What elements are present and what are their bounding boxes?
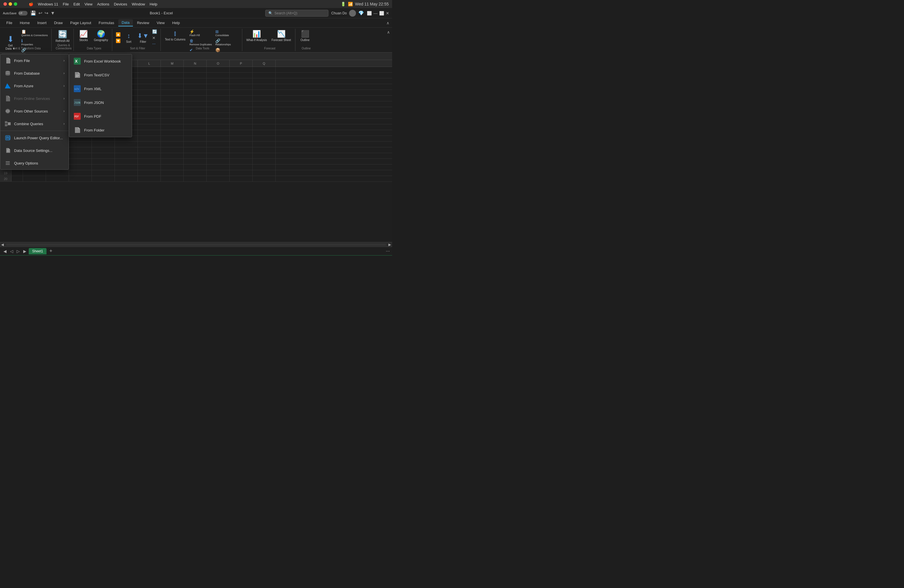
cell[interactable] [207, 147, 230, 153]
cell[interactable] [161, 176, 184, 182]
relationships-button[interactable]: 🔗 Relationships [214, 38, 240, 46]
cell[interactable] [138, 124, 161, 130]
cell[interactable] [207, 107, 230, 112]
excel-close-icon[interactable]: ✕ [386, 11, 389, 16]
sort-button[interactable]: ↕ Sort [122, 31, 135, 44]
cell[interactable] [184, 73, 207, 78]
sheet-nav-next[interactable]: ▷ [16, 248, 21, 254]
menu-from-file[interactable]: From File › [0, 54, 69, 67]
cell[interactable] [138, 147, 161, 153]
filter-button[interactable]: ⬇▼ Filter [136, 31, 150, 44]
menu-edit[interactable]: Edit [73, 2, 80, 6]
clear-filter-button[interactable]: ✕ [151, 35, 158, 41]
excel-search-box[interactable]: 🔍 Search (Alt+Q) [265, 10, 329, 17]
cell[interactable] [253, 90, 276, 95]
tab-help[interactable]: Help [169, 19, 183, 26]
cell[interactable] [69, 170, 92, 176]
col-header-m[interactable]: M [161, 60, 184, 66]
cell[interactable] [92, 164, 115, 170]
cell[interactable] [161, 78, 184, 84]
horizontal-scroll[interactable]: ◀ ▶ [0, 242, 392, 247]
cell[interactable] [138, 136, 161, 141]
consolidate-button[interactable]: ⊞ Consolidate [214, 29, 240, 37]
autosave-toggle[interactable]: Off [18, 11, 28, 16]
cell[interactable] [184, 101, 207, 107]
col-header-p[interactable]: P [230, 60, 253, 66]
cell[interactable] [184, 153, 207, 158]
cell[interactable] [230, 84, 253, 90]
cell[interactable] [253, 113, 276, 118]
cell[interactable] [207, 170, 230, 176]
menu-launch-pq[interactable]: PQ Launch Power Query Editor... [0, 131, 69, 144]
save-icon[interactable]: 💾 [30, 10, 36, 16]
cell[interactable] [230, 176, 253, 182]
sheet-tab-sheet1[interactable]: Sheet1 [29, 248, 46, 254]
cell[interactable] [253, 164, 276, 170]
menu-from-azure[interactable]: From Azure › [0, 79, 69, 92]
menu-from-other[interactable]: From Other Sources › [0, 105, 69, 117]
cell[interactable] [138, 107, 161, 112]
cell[interactable] [253, 159, 276, 164]
menu-help[interactable]: Help [150, 2, 157, 6]
add-sheet-button[interactable]: + [47, 248, 54, 254]
cell[interactable] [184, 124, 207, 130]
cell[interactable] [138, 142, 161, 147]
window-controls[interactable] [3, 2, 17, 6]
cell[interactable] [115, 170, 138, 176]
what-if-button[interactable]: 📊 What-If Analysis [245, 29, 269, 43]
cell[interactable] [115, 164, 138, 170]
window-control-buttons[interactable]: ⬜ — ⬜ ✕ [367, 11, 389, 16]
cell[interactable] [253, 73, 276, 78]
cell[interactable] [138, 84, 161, 90]
cell[interactable] [161, 113, 184, 118]
cell[interactable] [161, 101, 184, 107]
cell[interactable] [184, 84, 207, 90]
cell[interactable] [184, 159, 207, 164]
cell[interactable] [184, 176, 207, 182]
cell[interactable] [115, 142, 138, 147]
cell[interactable] [138, 101, 161, 107]
col-header-q[interactable]: Q [253, 60, 276, 66]
cell[interactable] [253, 153, 276, 158]
excel-maximize-icon[interactable]: ⬜ [379, 11, 384, 16]
from-json-item[interactable]: JSON From JSON [69, 96, 132, 109]
cell[interactable] [253, 176, 276, 182]
cell[interactable] [230, 107, 253, 112]
cell[interactable] [184, 78, 207, 84]
cell[interactable] [230, 130, 253, 136]
cell[interactable] [230, 78, 253, 84]
quick-access-toolbar[interactable]: 💾 ↩ ↪ ▼ [30, 10, 55, 16]
cell[interactable] [161, 136, 184, 141]
cell[interactable] [253, 170, 276, 176]
menu-from-database[interactable]: From Database › [0, 67, 69, 79]
tab-view[interactable]: View [153, 19, 168, 26]
cell[interactable] [207, 113, 230, 118]
cell[interactable] [230, 159, 253, 164]
cell[interactable] [253, 67, 276, 72]
cell[interactable] [161, 73, 184, 78]
cell[interactable] [230, 119, 253, 124]
cell[interactable] [92, 170, 115, 176]
cell[interactable] [161, 170, 184, 176]
cell[interactable] [138, 176, 161, 182]
excel-restore-icon[interactable]: ⬜ [367, 11, 372, 16]
text-to-columns-button[interactable]: ⫿ Text to Columns [163, 29, 187, 42]
from-folder-item[interactable]: From Folder [69, 123, 132, 137]
menu-file[interactable]: File [63, 2, 69, 6]
cell[interactable] [23, 176, 46, 182]
cell[interactable] [138, 130, 161, 136]
cell[interactable] [69, 153, 92, 158]
cell[interactable] [161, 90, 184, 95]
cell[interactable] [253, 130, 276, 136]
geography-button[interactable]: 🌍 Geography [92, 29, 110, 43]
cell[interactable] [230, 96, 253, 101]
cell[interactable] [207, 142, 230, 147]
queries-connections-button[interactable]: 📋 Queries & Connections [20, 29, 49, 37]
cell[interactable] [253, 101, 276, 107]
cell[interactable] [184, 96, 207, 101]
cell[interactable] [161, 67, 184, 72]
apple-menu[interactable]: 🍎 [29, 2, 33, 6]
cell[interactable] [161, 164, 184, 170]
tab-data[interactable]: Data [118, 19, 133, 27]
minimize-button[interactable] [9, 2, 12, 6]
